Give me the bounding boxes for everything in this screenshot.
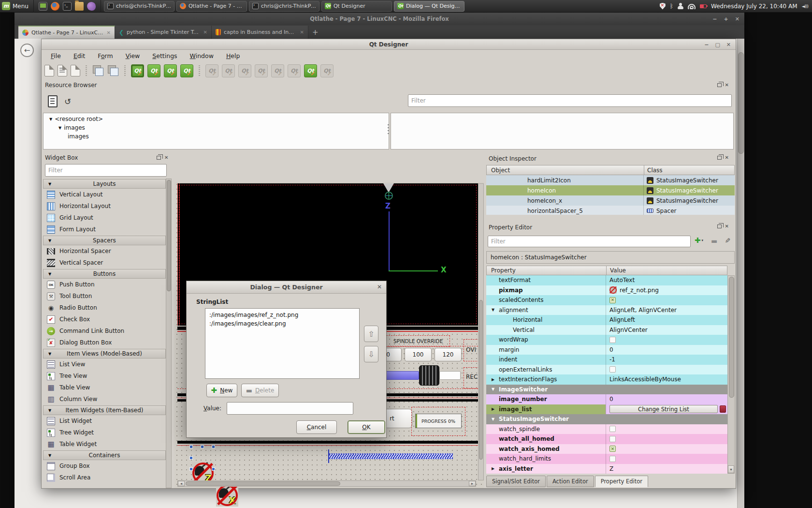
widget-item-command-link-button[interactable]: →Command Link Button <box>43 325 166 337</box>
resource-tree-item[interactable]: ▼<resource root> <box>45 115 287 123</box>
property-value[interactable]: ✕ <box>606 295 727 305</box>
scroll-down-icon[interactable]: ▾ <box>728 465 734 473</box>
reset-property-button[interactable] <box>720 405 726 413</box>
property-row-image_list[interactable]: ▶image_listChange String List <box>486 404 727 415</box>
stringlist-item[interactable]: :/images/images/ref_z_not.png <box>205 311 359 319</box>
bluetooth-icon[interactable]: ᛒ <box>670 3 673 9</box>
close-icon[interactable]: ✕ <box>735 16 740 22</box>
selection-handle[interactable] <box>201 445 204 448</box>
ok-button[interactable]: OK <box>348 420 385 434</box>
show-desktop-icon[interactable] <box>39 2 47 11</box>
float-dock-icon[interactable] <box>157 156 161 160</box>
widget-item-dialog-button-box[interactable]: ✘Dialog Button Box <box>43 337 166 348</box>
minimize-icon[interactable]: − <box>712 16 717 22</box>
widget-item-radio-button[interactable]: ◉Radio Button <box>43 302 166 314</box>
widget-item-tool-button[interactable]: ⚒Tool Button <box>43 290 166 302</box>
property-value[interactable] <box>606 335 727 345</box>
property-value[interactable] <box>606 424 727 434</box>
widget-item-vertical-layout[interactable]: Vertical Layout <box>43 189 166 200</box>
override-button-100[interactable]: 100 <box>405 348 432 361</box>
object-inspector-header[interactable]: Object Class <box>486 165 735 175</box>
browser-tab[interactable]: ❮python - Simple Tkinter Togg✕ <box>115 26 212 39</box>
cancel-button[interactable]: Cancel <box>296 420 337 434</box>
expand-arrow-icon[interactable]: ▶ <box>492 466 494 471</box>
taskbar-window-button[interactable]: chris@chris-ThinkPa... <box>104 1 174 12</box>
widget-item-push-button[interactable]: OKPush Button <box>43 279 166 290</box>
widget-item-list-view[interactable]: List View <box>43 359 166 370</box>
property-value[interactable] <box>606 365 727 375</box>
close-dock-icon[interactable]: ✕ <box>164 155 168 160</box>
property-row-pixmap[interactable]: pixmapref_z_not.png <box>486 285 727 296</box>
widget-box-scrollbar[interactable] <box>166 179 172 488</box>
collapse-arrow-icon[interactable]: ▼ <box>492 387 494 391</box>
widget-item-list-widget[interactable]: List Widget <box>43 415 166 427</box>
property-row-watch_spindle[interactable]: watch_spindle <box>486 424 727 434</box>
property-row-textformat[interactable]: textFormatAutoText <box>486 275 727 285</box>
property-filter-input[interactable] <box>488 236 691 247</box>
user-account-icon[interactable] <box>678 3 683 9</box>
scrollbar-thumb[interactable] <box>738 52 744 154</box>
form-vscrollbar[interactable] <box>478 183 484 480</box>
spindle-slider-track[interactable] <box>439 371 461 380</box>
object-inspector-row[interactable]: homeIcon_xStatusImageSwitcher <box>486 195 735 206</box>
property-row-wordwrap[interactable]: wordWrap <box>486 335 727 345</box>
close-icon[interactable]: ✕ <box>377 284 382 290</box>
layout-splitter-h-icon[interactable]: Qt <box>238 64 251 77</box>
scrollbar-thumb[interactable] <box>167 180 171 291</box>
widget-item-tree-widget[interactable]: Tree Widget <box>43 427 166 438</box>
selection-handle[interactable] <box>212 445 215 448</box>
property-row-textinteractionflags[interactable]: ▶textInteractionFlagsLinksAccessibleByMo… <box>486 374 727 385</box>
widget-category-item[interactable]: ▼Item Views (Model-Based) <box>43 349 166 359</box>
widget-category-layouts[interactable]: ▼Layouts <box>43 179 166 189</box>
property-row-openexternallinks[interactable]: openExternalLinks <box>486 365 727 375</box>
widget-item-tree-view[interactable]: Tree View <box>43 370 166 382</box>
menu-file[interactable]: File <box>45 51 66 61</box>
firefox-launcher-icon[interactable] <box>51 2 59 11</box>
property-row-horizontal[interactable]: HorizontalAlignLeft <box>486 315 727 325</box>
widget-item-table-widget[interactable]: ▦Table Widget <box>43 438 166 450</box>
open-form-icon[interactable] <box>58 65 67 76</box>
layout-form-icon[interactable]: Qt <box>288 64 301 77</box>
x-unhomed-status-icon[interactable]: X <box>216 484 238 507</box>
object-inspector-row[interactable]: horizontalSpacer_5Spacer <box>486 206 735 215</box>
property-row-indent[interactable]: indent-1 <box>486 355 727 365</box>
taskbar-window-button[interactable]: QtDialog — Qt Designer <box>394 1 464 12</box>
widget-item-vertical-spacer[interactable]: Vertical Spacer <box>43 257 166 269</box>
terminal-launcher-icon[interactable] <box>63 2 72 11</box>
move-up-button[interactable]: ⇧ <box>364 326 378 342</box>
layout-horizontal-icon[interactable]: Qt <box>205 64 218 77</box>
selection-handle[interactable] <box>189 456 193 460</box>
close-dock-icon[interactable]: ✕ <box>725 155 729 160</box>
edit-signals-mode-icon[interactable]: Qt <box>147 64 160 77</box>
close-tab-icon[interactable]: ✕ <box>300 30 304 35</box>
property-value[interactable] <box>606 434 727 444</box>
dialog-titlebar[interactable]: Dialog — Qt Designer ✕ <box>187 281 386 294</box>
property-row-axis_letter[interactable]: ▶axis_letterZ <box>486 464 727 474</box>
property-row-statusimageswitcher[interactable]: ▼StatusImageSwitcher <box>486 414 727 424</box>
value-input[interactable] <box>227 402 353 415</box>
expand-arrow-icon[interactable]: ▼ <box>58 126 61 130</box>
file-manager-icon[interactable] <box>75 2 84 11</box>
maximize-icon[interactable]: + <box>724 16 728 22</box>
resource-tree-item[interactable]: ▼images <box>45 123 287 132</box>
add-dynamic-property-button[interactable]: ✚▾ <box>695 237 703 244</box>
menu-view[interactable]: View <box>120 51 145 61</box>
scrollbar-thumb[interactable] <box>729 277 734 398</box>
close-dock-icon[interactable]: ✕ <box>725 83 729 88</box>
layout-grid-icon[interactable]: Qt <box>271 64 284 77</box>
minimize-icon[interactable]: − <box>704 42 709 48</box>
taskbar-window-button[interactable]: QtQt Designer <box>321 1 392 12</box>
collapse-arrow-icon[interactable]: ▼ <box>492 417 494 421</box>
object-inspector-row[interactable]: hardLimit2IconStatusImageSwitcher <box>486 175 735 185</box>
widget-item-form-layout[interactable]: Form Layout <box>43 224 166 235</box>
override-button-120[interactable]: 120 <box>435 348 462 361</box>
checkbox-checked[interactable]: ✕ <box>609 297 616 303</box>
widget-category-containers[interactable]: ▼Containers <box>43 450 166 460</box>
widget-item-table-view[interactable]: ▦Table View <box>43 382 166 393</box>
float-dock-icon[interactable] <box>717 156 722 160</box>
expand-arrow-icon[interactable]: ▼ <box>49 117 52 121</box>
wifi-icon[interactable] <box>688 3 696 9</box>
menu-help[interactable]: Help <box>221 51 246 61</box>
scrollbar-thumb[interactable] <box>479 300 483 460</box>
checkbox-unchecked[interactable] <box>609 426 616 432</box>
